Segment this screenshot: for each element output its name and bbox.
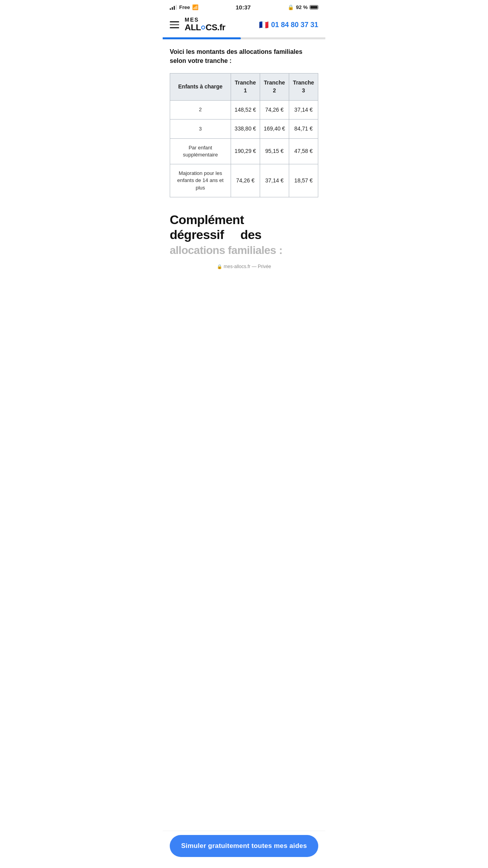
table-cell-amount: 148,52 €: [231, 100, 260, 120]
lock-icon: 🔒: [288, 4, 294, 10]
table-row: Par enfant supplémentaire190,29 €95,15 €…: [170, 138, 318, 164]
intro-text: Voici les montants des allocations famil…: [170, 47, 318, 65]
table-cell-amount: 190,29 €: [231, 138, 260, 164]
table-cell-amount: 74,26 €: [231, 164, 260, 197]
header: MES ALLCS.fr 🇫🇷 01 84 80 37 31: [163, 13, 325, 37]
main-content: Voici les montants des allocations famil…: [163, 39, 325, 201]
table-row: 3338,80 €169,40 €84,71 €: [170, 120, 318, 139]
footer-url: 🔒 mes-allocs.fr — Privée: [163, 261, 325, 305]
table-cell-label: 3: [170, 120, 231, 139]
status-carrier: Free 📶: [170, 4, 198, 10]
signal-icon: [170, 5, 177, 10]
phone-link[interactable]: 🇫🇷 01 84 80 37 31: [259, 20, 318, 29]
col-header-tranche3: Tranche 3: [289, 74, 318, 100]
battery-icon: [310, 5, 318, 9]
table-cell-label: 2: [170, 100, 231, 120]
status-bar: Free 📶 10:37 🔒 92 %: [163, 0, 325, 13]
table-cell-label: Par enfant supplémentaire: [170, 138, 231, 164]
logo-o: [201, 26, 205, 29]
footer-dash: —: [252, 264, 258, 269]
allocations-table: Enfants à charge Tranche 1 Tranche 2 Tra…: [170, 73, 318, 197]
logo-allocs: ALLCS.fr: [185, 22, 225, 32]
table-row: Majoration pour les enfants de 14 ans et…: [170, 164, 318, 197]
col-header-tranche2: Tranche 2: [260, 74, 289, 100]
table-cell-amount: 37,14 €: [289, 100, 318, 120]
footer-privacy: Privée: [258, 264, 271, 269]
complement-title: Complément dégressif des allocations fam…: [170, 212, 318, 257]
carrier-label: Free: [179, 4, 190, 10]
table-header-row: Enfants à charge Tranche 1 Tranche 2 Tra…: [170, 74, 318, 100]
table-cell-amount: 47,58 €: [289, 138, 318, 164]
logo-mes: MES: [185, 17, 225, 22]
footer-lock-icon: 🔒: [217, 264, 222, 269]
col-header-tranche1: Tranche 1: [231, 74, 260, 100]
status-time: 10:37: [236, 4, 251, 11]
header-left: MES ALLCS.fr: [170, 17, 225, 33]
table-cell-amount: 37,14 €: [260, 164, 289, 197]
table-cell-amount: 169,40 €: [260, 120, 289, 139]
col-header-enfants: Enfants à charge: [170, 74, 231, 100]
table-cell-amount: 74,26 €: [260, 100, 289, 120]
table-cell-amount: 84,71 €: [289, 120, 318, 139]
wifi-icon: 📶: [192, 4, 198, 10]
table-row: 2148,52 €74,26 €37,14 €: [170, 100, 318, 120]
table-cell-amount: 338,80 €: [231, 120, 260, 139]
table-cell-label: Majoration pour les enfants de 14 ans et…: [170, 164, 231, 197]
menu-button[interactable]: [170, 21, 179, 28]
status-right: 🔒 92 %: [288, 4, 318, 10]
phone-number: 01 84 80 37 31: [271, 21, 318, 29]
logo: MES ALLCS.fr: [185, 17, 225, 33]
battery-percent: 92 %: [296, 4, 308, 10]
table-cell-amount: 95,15 €: [260, 138, 289, 164]
table-cell-amount: 18,57 €: [289, 164, 318, 197]
complement-section: Complément dégressif des allocations fam…: [163, 201, 325, 261]
france-flag-icon: 🇫🇷: [259, 20, 269, 29]
footer-domain: mes-allocs.fr: [224, 264, 250, 269]
